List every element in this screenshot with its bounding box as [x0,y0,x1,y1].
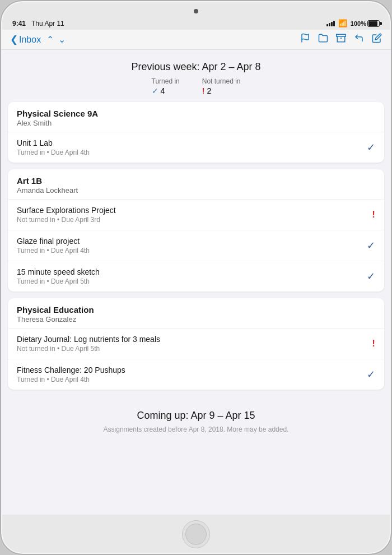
battery-indicator: 100% [351,20,380,27]
assignment-meta-1-2: Turned in • Due April 5th [17,278,360,285]
turned-in-value: ✓ 4 [152,86,180,95]
not-turned-in-exclaim-icon: ! [202,86,205,95]
class-name-2: Physical Education [17,305,375,314]
class-card-1: Art 1BAmanda LockheartSurface Exploratio… [8,169,384,292]
assignment-name-1-0: Surface Explorations Project [17,206,365,215]
class-card-0: Physical Science 9AAlex SmithUnit 1 LabT… [8,102,384,163]
signal-icon [326,21,335,26]
coming-up-title: Coming up: Apr 9 – Apr 15 [10,410,382,422]
up-arrow-button[interactable]: ⌃ [45,34,55,45]
assignment-info-1-2: 15 minute speed sketchTurned in • Due Ap… [17,267,360,285]
compose-icon[interactable] [372,33,382,46]
class-card-2: Physical EducationTheresa GonzalezDietar… [8,298,384,390]
assignment-row-1-2[interactable]: 15 minute speed sketchTurned in • Due Ap… [8,261,384,292]
previous-week-title: Previous week: Apr 2 – Apr 8 [10,61,382,73]
assignment-name-1-2: 15 minute speed sketch [17,267,360,276]
reply-icon[interactable] [354,33,364,46]
nav-arrows: ⌃ ⌄ [45,34,67,45]
wifi-icon: 📶 [338,19,347,27]
status-check-icon-2-1: ✓ [367,368,375,381]
status-right: 📶 100% [326,19,380,27]
assignment-meta-0-0: Turned in • Due April 4th [17,149,360,156]
nav-right [300,33,382,46]
down-arrow-button[interactable]: ⌄ [57,34,67,45]
time: 9:41 [12,20,26,27]
battery-icon [367,20,380,27]
assignment-name-2-0: Dietary Journal: Log nutrients for 3 mea… [17,335,365,344]
assignment-info-2-0: Dietary Journal: Log nutrients for 3 mea… [17,335,365,353]
class-teacher-1: Amanda Lockheart [17,186,375,195]
class-header-0: Physical Science 9AAlex Smith [8,102,384,132]
class-teacher-2: Theresa Gonzalez [17,315,375,323]
assignment-meta-1-0: Not turned in • Due April 3rd [17,216,365,224]
assignment-info-1-0: Surface Explorations ProjectNot turned i… [17,206,365,224]
svg-rect-1 [337,34,346,36]
home-button[interactable] [182,520,210,548]
home-button-inner [185,524,207,545]
not-turned-in-label: Not turned in [202,77,241,85]
status-check-icon-0-0: ✓ [367,141,375,154]
assignment-row-0-0[interactable]: Unit 1 LabTurned in • Due April 4th✓ [8,132,384,163]
back-chevron-icon: ❮ [10,34,18,45]
assignment-name-0-0: Unit 1 Lab [17,138,360,147]
coming-up-subtitle: Assignments created before Apr 8, 2018. … [10,425,382,434]
date: Thu Apr 11 [31,20,64,27]
top-bar: 9:41 Thu Apr 11 📶 100% [1,1,391,30]
battery-percent: 100% [351,20,366,27]
status-exclaim-icon-1-0: ! [372,209,375,220]
summary-row: Turned in ✓ 4 Not turned in ! 2 [10,77,382,95]
ipad-frame: 9:41 Thu Apr 11 📶 100% [0,0,392,555]
turned-in-summary: Turned in ✓ 4 [152,77,180,95]
nav-left: ❮ Inbox ⌃ ⌄ [10,34,67,45]
camera-dot [194,9,198,13]
previous-week-header: Previous week: Apr 2 – Apr 8 Turned in ✓… [1,50,391,102]
screen-content: Previous week: Apr 2 – Apr 8 Turned in ✓… [1,50,391,515]
not-turned-in-count: 2 [207,86,211,95]
status-exclaim-icon-2-0: ! [372,338,375,349]
not-turned-in-summary: Not turned in ! 2 [202,77,241,95]
back-label: Inbox [19,35,41,45]
class-header-2: Physical EducationTheresa Gonzalez [8,298,384,329]
assignments-container: Physical Science 9AAlex SmithUnit 1 LabT… [1,102,391,396]
coming-up-section: Coming up: Apr 9 – Apr 15 Assignments cr… [1,396,391,439]
assignment-info-2-1: Fitness Challenge: 20 PushupsTurned in •… [17,366,360,383]
class-name-1: Art 1B [17,176,375,186]
folder-icon[interactable] [318,33,328,46]
assignment-meta-2-1: Turned in • Due April 4th [17,376,360,383]
assignment-row-2-1[interactable]: Fitness Challenge: 20 PushupsTurned in •… [8,359,384,390]
turned-in-label: Turned in [152,77,180,85]
nav-bar: ❮ Inbox ⌃ ⌄ [1,30,391,50]
status-left: 9:41 Thu Apr 11 [12,20,64,27]
assignment-info-1-1: Glaze final projectTurned in • Due April… [17,237,360,255]
assignment-meta-2-0: Not turned in • Due April 5th [17,345,365,353]
archive-icon[interactable] [336,33,346,46]
assignment-row-1-1[interactable]: Glaze final projectTurned in • Due April… [8,230,384,261]
flag-icon[interactable] [300,33,310,46]
back-button[interactable]: ❮ Inbox [10,34,41,45]
class-teacher-0: Alex Smith [17,119,375,127]
status-check-icon-1-1: ✓ [367,239,375,252]
status-bar: 9:41 Thu Apr 11 📶 100% [1,17,391,30]
not-turned-in-value: ! 2 [202,86,241,95]
turned-in-count: 4 [161,86,165,95]
class-header-1: Art 1BAmanda Lockheart [8,169,384,200]
assignment-row-1-0[interactable]: Surface Explorations ProjectNot turned i… [8,200,384,230]
assignment-name-1-1: Glaze final project [17,237,360,246]
assignment-meta-1-1: Turned in • Due April 4th [17,247,360,255]
assignment-name-2-1: Fitness Challenge: 20 Pushups [17,366,360,374]
class-name-0: Physical Science 9A [17,109,375,118]
assignment-info-0-0: Unit 1 LabTurned in • Due April 4th [17,138,360,156]
turned-in-check-icon: ✓ [152,86,158,95]
status-check-icon-1-2: ✓ [367,270,375,283]
assignment-row-2-0[interactable]: Dietary Journal: Log nutrients for 3 mea… [8,329,384,359]
